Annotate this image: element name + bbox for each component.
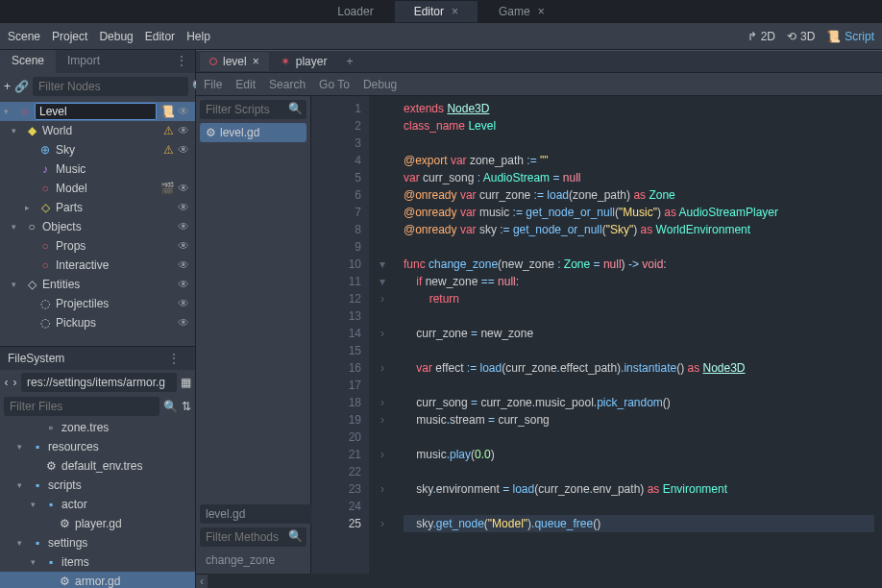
node-label: Objects [42,220,174,233]
menu-debug[interactable]: Debug [99,30,133,43]
mode-3d-button[interactable]: ⟲3D [787,30,815,43]
fold-column[interactable]: ▾▾›››››››› [369,96,396,574]
visibility-icon[interactable]: 👁 [178,201,191,214]
node-label: Model [56,182,157,195]
node-rename-input[interactable] [35,103,157,120]
visibility-icon[interactable]: 👁 [178,316,191,330]
panel-collapse-button[interactable]: ‹ [196,574,208,588]
visibility-icon[interactable]: 👁 [178,220,191,233]
menu-scene[interactable]: Scene [8,30,40,43]
visibility-icon[interactable]: 👁 [178,297,191,310]
panel-menu-icon[interactable]: ⋮ [168,50,195,73]
menu-project[interactable]: Project [52,30,87,43]
file-item[interactable]: ▫ zone.tres [0,418,195,437]
scene-tab-player[interactable]: ✶ player [271,52,337,71]
tab-game[interactable]: Game × [479,1,564,22]
tree-node[interactable]: ○ Interactive 👁 [0,256,195,275]
scene-tab-level[interactable]: level × [200,52,269,71]
node3d-icon [209,58,217,65]
tab-scene[interactable]: Scene [0,50,56,73]
node3d-icon: ○ [17,105,31,118]
tab-loader[interactable]: Loader [318,1,392,22]
node-label: Projectiles [56,297,174,310]
view-mode-icon[interactable]: ▦ [181,373,191,392]
menu-debug[interactable]: Debug [363,78,397,91]
file-item[interactable]: ⚙ armor.gd [0,572,195,589]
script-name: level.gd [220,126,259,139]
tab-editor[interactable]: Editor × [395,1,478,22]
tree-node[interactable]: ▸ ◇ Parts 👁 [0,198,195,217]
outline-method[interactable]: change_zone [200,551,306,570]
visibility-icon[interactable]: 👁 [178,143,191,157]
script-item-level[interactable]: ⚙ level.gd [200,123,306,142]
script-sidebar: 🔍 ⚙ level.gd ⇅ 🔍 [196,96,311,574]
file-item[interactable]: ▾ ▪ items [0,552,195,572]
menu-help[interactable]: Help [186,30,210,43]
tab-import[interactable]: Import [56,50,111,73]
tree-node[interactable]: ▾ ○ Objects 👁 [0,217,195,236]
file-label: player.gd [75,517,191,530]
tree-node[interactable]: ▾ ◆ World ⚠ 👁 [0,121,195,140]
tree-node[interactable]: ◌ Pickups 👁 [0,313,195,332]
file-item[interactable]: ⚙ player.gd [0,514,195,533]
file-label: resources [48,440,191,453]
visibility-icon[interactable]: 👁 [178,278,191,291]
tree-node[interactable]: ◌ Projectiles 👁 [0,294,195,313]
code-area[interactable]: 1234567891011121314151617181920212223242… [311,96,882,574]
tree-node[interactable]: ○ Props 👁 [0,236,195,256]
sort-icon[interactable]: ⇅ [182,397,191,416]
path-input[interactable] [21,373,177,392]
node-label: Props [56,239,174,253]
node-label: Music [56,162,191,176]
add-tab-button[interactable]: + [338,55,360,68]
visibility-icon[interactable]: 👁 [178,258,191,272]
character-icon: ✶ [281,55,290,68]
mode-2d-button[interactable]: ↱2D [747,30,775,43]
scene-tree: ▾ ○ 📜 👁 ▾ ◆ World ⚠ 👁 ⊕ Sky ⚠ 👁 ♪ Music … [0,100,195,346]
code-editor-panel: level × ✶ player + File Edit Search Go T… [196,50,882,588]
tree-node[interactable]: ⊕ Sky ⚠ 👁 [0,140,195,159]
file-item[interactable]: ▾ ▪ resources [0,437,195,456]
menu-edit[interactable]: Edit [235,78,256,91]
visibility-icon[interactable]: 👁 [178,124,191,137]
menu-editor[interactable]: Editor [145,30,175,43]
menu-goto[interactable]: Go To [319,78,350,91]
add-node-icon[interactable]: + [4,77,11,96]
tab-label: player [296,55,328,68]
clapperboard-icon[interactable]: 🎬 [160,182,174,195]
node-icon: ○ [25,220,38,233]
file-label: default_env.tres [61,459,191,473]
menu-search[interactable]: Search [269,78,306,91]
nav-back-icon[interactable]: ‹ [4,373,9,392]
visibility-icon[interactable]: 👁 [178,182,191,195]
tree-node[interactable]: ▾ ◇ Entities 👁 [0,275,195,294]
left-panel: Scene Import ⋮ + 🔗 🔍 📎 ⋮ ▾ ○ 📜 👁 ▾ ◆ Wor… [0,50,196,588]
file-item[interactable]: ⚙ default_env.tres [0,456,195,476]
visibility-icon[interactable]: 👁 [178,105,191,118]
nav-fwd-icon[interactable]: › [12,373,17,392]
search-icon[interactable]: 🔍 [163,397,178,416]
file-label: zone.tres [61,421,191,434]
file-item[interactable]: ▾ ▪ scripts [0,476,195,495]
filter-nodes-input[interactable] [33,77,188,96]
warning-icon[interactable]: ⚠ [163,124,174,137]
visibility-icon[interactable]: 👁 [178,239,191,253]
file-icon: ▫ [44,421,58,434]
tree-node[interactable]: ♪ Music [0,159,195,179]
menu-file[interactable]: File [204,78,222,91]
file-item[interactable]: ▾ ▪ actor [0,495,195,514]
menu-bar: Scene Project Debug Editor Help ↱2D ⟲3D … [0,23,882,50]
code-content[interactable]: extends Node3Dclass_name Level@export va… [396,96,882,574]
mode-script-button[interactable]: 📜Script [826,30,874,43]
link-icon[interactable]: 🔗 [14,77,29,96]
close-icon[interactable]: × [452,5,458,18]
warning-icon[interactable]: ⚠ [163,143,174,157]
panel-menu-icon[interactable]: ⋮ [160,348,187,369]
file-item[interactable]: ▾ ▪ settings [0,533,195,552]
tree-node[interactable]: ○ Model 🎬 👁 [0,179,195,198]
node-label: Entities [42,278,174,291]
close-icon[interactable]: × [253,55,259,68]
script-icon[interactable]: 📜 [160,105,174,118]
filter-files-input[interactable] [4,397,159,416]
close-icon[interactable]: × [538,5,545,18]
